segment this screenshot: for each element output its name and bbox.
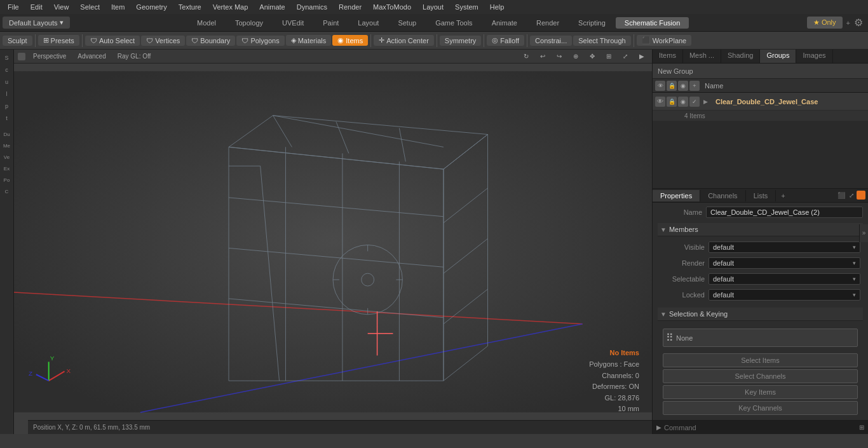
- render-col-icon[interactable]: ◉: [678, 81, 688, 91]
- symmetry-button[interactable]: Symmetry: [440, 36, 482, 46]
- viewport-dot[interactable]: [18, 53, 25, 60]
- prop-expand-button[interactable]: ⤢: [848, 191, 855, 200]
- sculpt-button[interactable]: Sculpt: [3, 36, 32, 46]
- tab-uvedit[interactable]: UVEdit: [273, 17, 313, 29]
- menu-geometry[interactable]: Geometry: [131, 2, 172, 12]
- locked-select[interactable]: default ▾: [709, 289, 860, 301]
- polygons-button[interactable]: 🛡 Polygons: [236, 36, 284, 46]
- key-items-button[interactable]: Key Items: [663, 385, 858, 399]
- workplane-button[interactable]: ⬛ WorkPlane: [637, 35, 692, 46]
- view-expand-icon[interactable]: ⤢: [619, 52, 632, 60]
- left-tab-ver[interactable]: Ve: [1, 152, 13, 163]
- viewport[interactable]: Perspective Advanced Ray GL: Off ↻ ↩ ↪ ⊕…: [14, 50, 652, 434]
- layout-plus-button[interactable]: +: [846, 19, 850, 27]
- tab-render[interactable]: Render: [527, 17, 568, 29]
- tab-mesh[interactable]: Mesh ...: [683, 50, 721, 63]
- menu-view[interactable]: View: [49, 2, 74, 12]
- tab-shading[interactable]: Shading: [721, 50, 760, 63]
- left-tab-pol[interactable]: Po: [1, 175, 13, 186]
- selectable-select[interactable]: default ▾: [709, 273, 860, 285]
- view-redo-icon[interactable]: ↪: [553, 52, 566, 60]
- view-pan-icon[interactable]: ✥: [586, 52, 599, 60]
- panel-expand-button[interactable]: »: [859, 224, 868, 242]
- tab-layout[interactable]: Layout: [349, 17, 388, 29]
- falloff-button[interactable]: ◎ Falloff: [487, 35, 524, 46]
- menu-texture[interactable]: Texture: [173, 2, 207, 12]
- tab-images[interactable]: Images: [796, 50, 832, 63]
- left-tab-l[interactable]: l: [1, 88, 13, 100]
- left-tab-sculpt[interactable]: S: [1, 52, 13, 64]
- menu-animate[interactable]: Animate: [254, 2, 290, 12]
- menu-maxtomodo[interactable]: MaxToModo: [368, 2, 416, 12]
- tab-setup[interactable]: Setup: [389, 17, 425, 29]
- view-more-icon[interactable]: ▶: [635, 52, 648, 60]
- view-frame-icon[interactable]: ⊞: [602, 52, 615, 60]
- group-item[interactable]: 👁 🔒 ◉ ✓ ▶ Clear_Double_CD_Jewel_Case: [653, 93, 868, 111]
- star-only-button[interactable]: ★ Only: [807, 17, 843, 29]
- materials-button[interactable]: ◈ Materials: [286, 35, 332, 46]
- menu-item[interactable]: Item: [106, 2, 130, 12]
- left-tab-c[interactable]: c: [1, 64, 13, 76]
- eye-col-icon[interactable]: 👁: [655, 81, 665, 91]
- tab-items[interactable]: Items: [653, 50, 683, 63]
- menu-dynamics[interactable]: Dynamics: [292, 2, 332, 12]
- command-end-button[interactable]: ⊞: [859, 424, 864, 431]
- group-lock-icon[interactable]: 🔒: [667, 97, 677, 107]
- menu-layout[interactable]: Layout: [417, 2, 449, 12]
- none-button[interactable]: ⠿ None: [663, 329, 858, 347]
- layout-dropdown[interactable]: Default Layouts ▾: [3, 17, 70, 29]
- tab-topology[interactable]: Topology: [226, 17, 272, 29]
- tab-paint[interactable]: Paint: [314, 17, 348, 29]
- ray-gl-button[interactable]: Ray GL: Off: [114, 52, 155, 60]
- tab-animate[interactable]: Animate: [483, 17, 526, 29]
- left-tab-u[interactable]: u: [1, 76, 13, 88]
- boundary-button[interactable]: 🛡 Boundary: [186, 36, 235, 46]
- select-items-button[interactable]: Select Items: [663, 353, 858, 367]
- left-tab-p[interactable]: p: [1, 100, 13, 112]
- prop-orange-button[interactable]: [857, 191, 865, 200]
- action-center-button[interactable]: ✛ Action Center: [374, 35, 434, 46]
- tab-properties[interactable]: Properties: [653, 190, 700, 201]
- tab-model[interactable]: Model: [188, 17, 225, 29]
- select-through-button[interactable]: Select Through: [573, 36, 630, 46]
- menu-select[interactable]: Select: [75, 2, 105, 12]
- visible-select[interactable]: default ▾: [709, 241, 860, 253]
- presets-button[interactable]: ⊞ Presets: [38, 35, 79, 46]
- tab-lists[interactable]: Lists: [746, 190, 776, 201]
- tab-channels[interactable]: Channels: [700, 190, 745, 201]
- left-tab-dup[interactable]: Du: [1, 129, 13, 140]
- tab-scripting[interactable]: Scripting: [569, 17, 614, 29]
- left-tab-mes[interactable]: Me: [1, 140, 13, 151]
- settings-icon[interactable]: ⚙: [854, 17, 863, 29]
- group-render-icon[interactable]: ◉: [678, 97, 688, 107]
- command-toggle[interactable]: ▶: [656, 424, 661, 431]
- view-rotate-icon[interactable]: ↻: [520, 52, 532, 60]
- menu-edit[interactable]: Edit: [25, 2, 48, 12]
- lock-col-icon[interactable]: 🔒: [667, 81, 677, 91]
- command-input[interactable]: [664, 424, 857, 431]
- constraints-button[interactable]: Constrai...: [530, 36, 572, 46]
- tab-groups[interactable]: Groups: [760, 50, 796, 63]
- view-undo-icon[interactable]: ↩: [536, 52, 549, 60]
- group-eye-icon[interactable]: 👁: [655, 97, 665, 107]
- members-section-header[interactable]: ▼ Members: [658, 223, 863, 236]
- group-check-icon[interactable]: ✓: [689, 97, 700, 107]
- menu-help[interactable]: Help: [485, 2, 510, 12]
- keying-section-header[interactable]: ▼ Selection & Keying: [658, 308, 863, 321]
- menu-vertexmap[interactable]: Vertex Map: [208, 2, 254, 12]
- advanced-button[interactable]: Advanced: [74, 52, 109, 60]
- plus-col-icon[interactable]: +: [689, 81, 700, 91]
- prop-tab-plus[interactable]: +: [776, 190, 790, 201]
- perspective-button[interactable]: Perspective: [29, 52, 70, 60]
- left-tab-t[interactable]: t: [1, 112, 13, 124]
- select-channels-button[interactable]: Select Channels: [663, 369, 858, 383]
- view-zoom-icon[interactable]: ⊕: [569, 52, 582, 60]
- menu-file[interactable]: File: [3, 2, 24, 12]
- key-channels-button[interactable]: Key Channels: [663, 401, 858, 415]
- left-tab-c2[interactable]: C: [1, 186, 13, 197]
- tab-schematic-fusion[interactable]: Schematic Fusion: [616, 17, 689, 29]
- auto-select-button[interactable]: 🛡 Auto Select: [85, 36, 140, 46]
- name-value[interactable]: Clear_Double_CD_Jewel_Case (2): [706, 207, 863, 218]
- menu-system[interactable]: System: [450, 2, 484, 12]
- new-group-button[interactable]: New Group: [658, 67, 693, 75]
